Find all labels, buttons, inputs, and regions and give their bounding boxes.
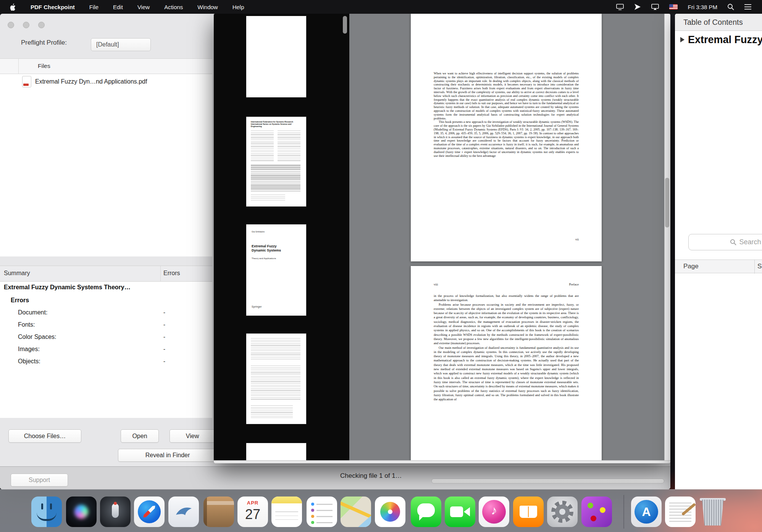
dock-textedit-icon[interactable] [665, 497, 696, 527]
rocket-tip [114, 502, 117, 505]
zoom-window-button[interactable] [38, 22, 45, 28]
error-value: - [137, 309, 165, 316]
dock-system-preferences-icon[interactable] [547, 497, 578, 527]
book-spine [203, 497, 207, 527]
dock-pdf-checkpoint-icon[interactable] [581, 497, 612, 527]
app-store-glyph: A [631, 505, 662, 519]
dock-app-store-icon[interactable]: A [631, 497, 662, 527]
keyboard-flag-icon[interactable] [664, 0, 683, 14]
close-window-button[interactable] [8, 22, 14, 28]
pdf-page-vii: When we want to achieve high effectivene… [411, 14, 602, 261]
main-scrollbar-thumb[interactable] [665, 178, 669, 227]
page-number: viii [434, 282, 438, 286]
apple-logo-icon [10, 3, 16, 11]
menu-bar: PDF Checkpoint File Edit View Actions Wi… [0, 0, 762, 14]
speech-bubble-tail [419, 516, 424, 521]
preflight-profile-value: [Default] [96, 41, 119, 48]
dock-maps-icon[interactable] [341, 497, 371, 527]
reveal-in-finder-button[interactable]: Reveal in Finder [118, 449, 217, 462]
errors-column-header: Errors [163, 270, 180, 277]
preview-window-bottom-bar [214, 460, 670, 463]
dock-calendar-icon[interactable]: APR 27 [237, 497, 268, 527]
main-scrollbar-track[interactable] [664, 14, 670, 460]
reminder-row [311, 509, 333, 512]
thumbnail-text-lines [251, 338, 300, 361]
app-menu-title[interactable]: PDF Checkpoint [23, 0, 82, 14]
dock-launchpad-icon[interactable] [100, 497, 131, 527]
menu-view[interactable]: View [130, 0, 157, 14]
apple-menu[interactable] [0, 0, 23, 14]
reminder-row [311, 515, 333, 518]
dock-finder-icon[interactable] [31, 497, 62, 527]
dock-ibooks-icon[interactable] [513, 497, 544, 527]
reminder-row [311, 503, 333, 506]
second-column-header[interactable]: S [757, 263, 762, 270]
photos-flower-center [388, 509, 392, 514]
dock-reminders-icon[interactable] [307, 497, 337, 527]
error-value: - [137, 334, 165, 340]
notification-center-icon[interactable] [739, 0, 757, 14]
checkpoint-dot [591, 516, 596, 521]
checkpoint-dot [588, 503, 593, 508]
page-thumbnail-1[interactable] [246, 16, 306, 97]
display-status-icon[interactable] [611, 0, 629, 14]
toc-root-item[interactable]: Extremal Fuzzy [675, 31, 762, 48]
disclosure-triangle-icon[interactable] [680, 37, 685, 42]
dock-siri-icon[interactable] [66, 497, 97, 527]
dock-facetime-icon[interactable] [445, 497, 475, 527]
launcher-status-icon[interactable] [629, 0, 646, 14]
progress-bar [431, 479, 664, 484]
dock-notes-icon[interactable] [271, 497, 302, 527]
error-label: Objects: [18, 358, 40, 365]
spotlight-icon[interactable] [722, 0, 739, 14]
dock-photos-icon[interactable] [375, 497, 405, 527]
error-label: Color Spaces: [18, 334, 57, 340]
siri-wave [74, 505, 88, 519]
file-list-area[interactable] [0, 89, 212, 256]
page-column-header[interactable]: Page [683, 263, 699, 270]
page-thumbnail-2[interactable]: International Federation for Systems Res… [246, 117, 306, 206]
paragraph: in the process of knowledge formalizatio… [434, 294, 579, 303]
choose-files-button[interactable]: Choose Files… [8, 429, 81, 443]
toc-search-field[interactable]: Search [688, 234, 762, 250]
dock-itunes-icon[interactable]: ♪ [479, 497, 509, 527]
page-text-block: When we want to achieve high effectivene… [434, 72, 579, 158]
error-value: - [137, 358, 165, 365]
page-thumbnail-4[interactable] [246, 334, 306, 424]
menu-actions[interactable]: Actions [157, 0, 190, 14]
menu-edit[interactable]: Edit [106, 0, 130, 14]
notes-lines [275, 508, 298, 523]
thumbnail-scrollbar[interactable] [343, 16, 347, 34]
dock-mail-icon[interactable] [168, 497, 199, 527]
view-button[interactable]: View [170, 429, 215, 443]
menu-file[interactable]: File [82, 0, 106, 14]
dock-safari-icon[interactable] [134, 497, 165, 527]
airplay-status-icon[interactable] [646, 0, 664, 14]
toc-header: Table of Contents [675, 14, 762, 31]
support-button[interactable]: Support [11, 474, 68, 487]
thumbnail-text-lines [251, 405, 293, 418]
paragraph: This book presents a new approach to the… [434, 120, 579, 158]
search-results-header: Page S [675, 260, 762, 273]
summary-content-area: Extremal Fuzzy Dynamic Systems Theory… E… [0, 282, 212, 418]
menu-window[interactable]: Window [190, 0, 225, 14]
thumbnail-text-lines [278, 131, 300, 161]
document-lines [669, 503, 691, 522]
dock-trash-icon[interactable] [697, 497, 728, 527]
menu-bar-clock[interactable]: Fri 3:38 PM [683, 0, 722, 14]
notes-header [271, 497, 302, 503]
file-row[interactable]: Extremal Fuzzy Dyn…nd Applications.pdf [0, 74, 212, 89]
preflight-profile-dropdown[interactable]: [Default] [91, 38, 151, 51]
minimize-window-button[interactable] [23, 22, 29, 28]
dock-contacts-icon[interactable] [203, 497, 234, 527]
open-button[interactable]: Open [121, 429, 159, 443]
dock-messages-icon[interactable] [411, 497, 441, 527]
calendar-day: 27 [237, 506, 268, 522]
menu-help[interactable]: Help [225, 0, 252, 14]
checkpoint-status-bar: Support [0, 466, 670, 489]
files-table-header: Files [0, 58, 212, 74]
thumbnail-publisher: Springer [252, 305, 262, 308]
page-text-block: in the process of knowledge formalizatio… [434, 294, 579, 401]
page-thumbnail-3[interactable]: Gia Sirbiladze Extremal Fuzzy Dynamic Sy… [246, 224, 306, 316]
speech-bubble [417, 503, 435, 517]
